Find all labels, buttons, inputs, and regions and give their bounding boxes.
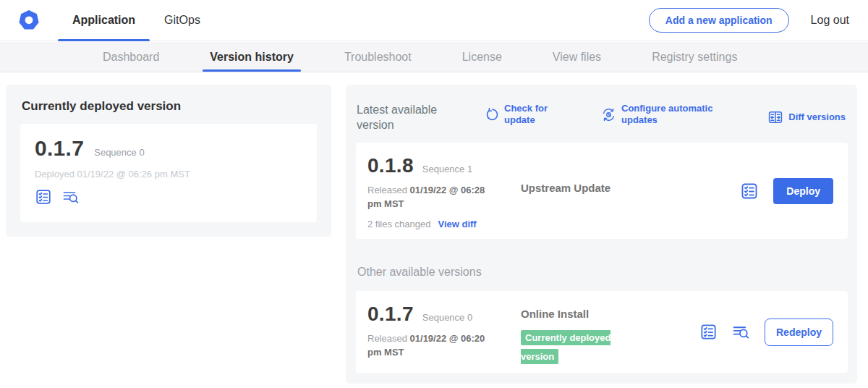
other-version-source-col: Online Install Currently deployed versio…: [521, 303, 699, 361]
check-for-update-label: Check for update: [504, 103, 556, 127]
subnav-item-registry-settings-label: Registry settings: [652, 51, 737, 64]
latest-available-title: Latest available version: [357, 103, 452, 133]
version-line: 0.1.8 Sequence 1: [367, 154, 521, 177]
subnav-item-dashboard-label: Dashboard: [103, 51, 159, 64]
release-notes-icon[interactable]: [740, 182, 759, 201]
logout-link[interactable]: Log out: [811, 14, 849, 27]
version-line: 0.1.7 Sequence 0: [35, 136, 302, 161]
redeploy-button[interactable]: Redeploy: [765, 319, 833, 346]
current-version-sequence: Sequence 0: [94, 147, 144, 158]
latest-available-header: Latest available version Check for updat…: [357, 103, 846, 133]
latest-release-actions: Deploy: [740, 154, 836, 227]
diff-versions-link[interactable]: Diff versions: [767, 109, 846, 125]
latest-release-source: Upstream Update: [521, 182, 610, 194]
diff-versions-label: Diff versions: [788, 111, 846, 123]
release-notes-icon[interactable]: [35, 188, 52, 206]
subnav-item-troubleshoot[interactable]: Troubleshoot: [344, 42, 412, 72]
deploy-logs-icon[interactable]: [62, 188, 80, 206]
files-changed-line: 2 files changed View diff: [367, 219, 521, 229]
deployed-badge-wrap: Currently deployed version: [521, 328, 624, 366]
configure-automatic-updates-label: Configure automatic updates: [621, 103, 728, 127]
other-version-info: 0.1.7 Sequence 0 Released 01/19/22 @ 06:…: [367, 303, 521, 361]
view-diff-link[interactable]: View diff: [438, 219, 476, 229]
other-version-sequence: Sequence 0: [422, 312, 472, 323]
other-version-number: 0.1.7: [367, 303, 414, 326]
nav-tab-gitops-label: GitOps: [164, 14, 200, 27]
deploy-button[interactable]: Deploy: [773, 178, 833, 204]
currently-deployed-panel: Currently deployed version 0.1.7 Sequenc…: [6, 85, 331, 237]
release-notes-icon[interactable]: [699, 323, 718, 341]
check-for-update-link[interactable]: Check for update: [484, 103, 556, 127]
primary-nav: Application GitOps: [58, 0, 215, 41]
subnav-item-version-history[interactable]: Version history: [210, 42, 294, 72]
files-changed-count: 2 files changed: [367, 219, 430, 229]
deploy-logs-icon[interactable]: [732, 323, 750, 341]
nav-tab-application[interactable]: Application: [58, 0, 150, 41]
configure-automatic-updates-link[interactable]: Configure automatic updates: [601, 103, 728, 127]
subnav-item-view-files-label: View files: [553, 51, 601, 64]
other-version-card: 0.1.7 Sequence 0 Released 01/19/22 @ 06:…: [356, 291, 848, 373]
current-deployed-timestamp: Deployed 01/19/22 @ 06:26 pm MST: [35, 169, 302, 180]
refresh-icon: [484, 107, 499, 122]
currently-deployed-title: Currently deployed version: [22, 99, 331, 114]
latest-release-version: 0.1.8: [367, 154, 414, 177]
auto-update-clock-icon: [601, 107, 616, 122]
current-version-actions: [35, 188, 302, 206]
nav-tab-gitops[interactable]: GitOps: [150, 0, 215, 41]
version-line: 0.1.7 Sequence 0: [367, 303, 521, 326]
subnav-item-license[interactable]: License: [462, 42, 502, 72]
latest-release-sequence: Sequence 1: [422, 164, 472, 174]
latest-available-panel: Latest available version Check for updat…: [346, 85, 857, 384]
kots-logo-icon[interactable]: [17, 9, 41, 32]
subnav-item-license-label: License: [462, 51, 502, 64]
latest-release-card: 0.1.8 Sequence 1 Released 01/19/22 @ 06:…: [356, 143, 848, 239]
other-version-actions: Redeploy: [699, 303, 836, 361]
add-application-button[interactable]: Add a new application: [649, 8, 789, 33]
subnav-item-registry-settings[interactable]: Registry settings: [652, 42, 737, 72]
diff-versions-icon: [767, 109, 783, 125]
released-prefix: Released: [367, 333, 407, 344]
subnav-item-dashboard[interactable]: Dashboard: [103, 42, 159, 72]
header-right: Add a new application Log out: [649, 8, 849, 33]
subnav-item-troubleshoot-label: Troubleshoot: [344, 51, 412, 64]
latest-release-info: 0.1.8 Sequence 1 Released 01/19/22 @ 06:…: [367, 154, 521, 227]
other-version-timestamp: Released 01/19/22 @ 06:20 pm MST: [367, 332, 499, 360]
currently-deployed-card: 0.1.7 Sequence 0 Deployed 01/19/22 @ 06:…: [20, 124, 317, 222]
subnav-item-version-history-label: Version history: [210, 51, 294, 64]
app-subnav: Dashboard Version history Troubleshoot L…: [0, 42, 868, 72]
app-header: Application GitOps Add a new application…: [0, 0, 868, 41]
other-version-source: Online Install: [521, 308, 589, 320]
released-prefix: Released: [367, 185, 407, 195]
subnav-item-view-files[interactable]: View files: [553, 42, 601, 72]
current-version-number: 0.1.7: [35, 136, 84, 161]
latest-release-source-col: Upstream Update: [521, 154, 740, 227]
latest-release-timestamp: Released 01/19/22 @ 06:28 pm MST: [367, 184, 499, 211]
currently-deployed-badge: Currently deployed version: [521, 330, 610, 364]
nav-tab-application-label: Application: [72, 14, 135, 27]
other-versions-title: Other available versions: [357, 266, 482, 279]
